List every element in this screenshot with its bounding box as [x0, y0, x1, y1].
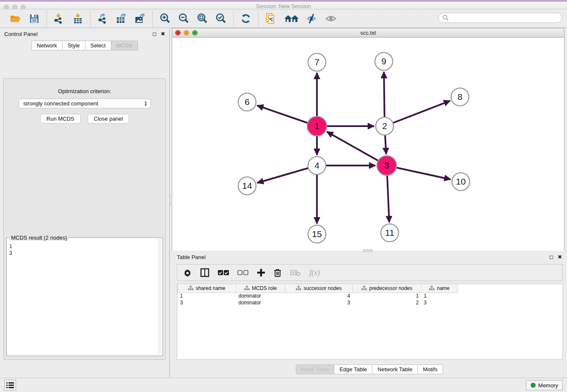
graph-node-1[interactable]: 1 [307, 116, 327, 136]
create-column-button[interactable] [257, 267, 265, 278]
mcds-panel-body: Optimization criterion: strongly connect… [3, 78, 166, 360]
network-canvas[interactable]: 7968124314101511 [172, 38, 564, 251]
tab-node-table[interactable]: Node Table [296, 364, 335, 374]
zoom-out-button[interactable] [177, 12, 190, 25]
graph-node-3[interactable]: 3 [377, 156, 396, 175]
zoom-fit-button[interactable] [196, 12, 209, 25]
table-cell[interactable]: 3 [421, 299, 458, 306]
tab-network-table[interactable]: Network Table [372, 364, 418, 374]
table-row[interactable]: 1dominator411 [178, 293, 458, 299]
zoom-selected-button[interactable] [215, 12, 227, 25]
home-button[interactable] [283, 12, 300, 25]
table-cell[interactable]: 4 [285, 293, 353, 299]
delete-column-button[interactable] [274, 267, 281, 278]
edge-3-1[interactable] [327, 132, 387, 166]
node-label: 4 [314, 160, 319, 170]
copy-network-icon [265, 13, 276, 25]
network-view-window: × – + scc.txt 7968124314101511 [172, 28, 564, 251]
close-panel-button[interactable]: Close panel [88, 114, 129, 124]
mcds-result-box: MCDS result (2 nodes) 1 3 [6, 237, 163, 356]
tab-select[interactable]: Select [85, 41, 111, 50]
export-image-icon [134, 13, 146, 24]
network-window-titlebar[interactable]: × – + scc.txt [172, 28, 564, 38]
table-cell[interactable]: 1 [353, 293, 421, 299]
table-cell[interactable]: dominator [236, 293, 285, 299]
node-label: 10 [456, 177, 465, 186]
mcds-result-list[interactable]: 1 3 [8, 242, 158, 355]
plus-icon [257, 268, 265, 277]
table-cell[interactable]: 3 [178, 299, 236, 306]
column-header[interactable]: predecessor nodes [353, 284, 421, 293]
deselect-all-columns-button[interactable] [237, 267, 248, 278]
panel-divider-handle[interactable] [169, 196, 172, 205]
export-table-button[interactable] [115, 12, 128, 25]
memory-button[interactable]: Memory [526, 380, 563, 390]
table-cell[interactable]: 1 [178, 293, 236, 299]
table-cell[interactable]: dominator [236, 299, 285, 306]
criterion-dropdown[interactable]: strongly connected component ▲▼ [19, 99, 151, 108]
tab-network[interactable]: Network [31, 41, 63, 50]
node-label: 8 [457, 92, 462, 102]
import-table-button[interactable] [72, 12, 84, 25]
table-row[interactable]: 3dominator323 [178, 299, 458, 306]
function-builder-button[interactable]: f(x) [309, 267, 320, 278]
open-file-button[interactable] [9, 12, 22, 25]
edge-2-8[interactable] [385, 101, 450, 126]
float-panel-icon[interactable]: ◻ [152, 31, 157, 37]
refresh-button[interactable] [239, 12, 252, 25]
run-mcds-button[interactable]: Run MCDS [40, 114, 81, 124]
column-header[interactable]: successor nodes [285, 284, 353, 293]
graph-node-11[interactable]: 11 [381, 224, 399, 242]
zoom-out-icon [178, 13, 190, 25]
table-settings-button[interactable] [183, 267, 192, 278]
table-toolbar: f(x) [177, 264, 563, 281]
table-panel: Table Panel ◻ ✖ [172, 251, 567, 378]
float-table-panel-icon[interactable]: ◻ [549, 254, 553, 260]
hierarchy-icon [429, 286, 435, 291]
network-graph[interactable]: 7968124314101511 [172, 38, 564, 251]
graph-node-2[interactable]: 2 [376, 117, 394, 135]
search-input[interactable] [438, 13, 562, 23]
new-network-from-selection-button[interactable] [264, 12, 277, 25]
zoom-in-button[interactable] [159, 12, 171, 25]
node-table[interactable]: shared nameMCDS rolesuccessor nodesprede… [177, 284, 458, 306]
table-cell[interactable]: 2 [353, 299, 421, 306]
network-minimize-button[interactable]: – [184, 30, 189, 36]
show-all-button[interactable] [325, 12, 337, 25]
show-column-panel-button[interactable] [200, 267, 209, 278]
table-cell[interactable]: 3 [285, 299, 353, 306]
task-history-button[interactable] [4, 380, 16, 391]
hide-selected-button[interactable] [306, 12, 319, 25]
close-panel-icon[interactable]: ✖ [161, 31, 165, 37]
graph-node-14[interactable]: 14 [238, 177, 256, 195]
graph-node-4[interactable]: 4 [308, 157, 326, 174]
graph-node-9[interactable]: 9 [375, 52, 393, 70]
network-maximize-button[interactable]: + [192, 30, 198, 36]
graph-node-6[interactable]: 6 [238, 93, 256, 111]
tab-edge-table[interactable]: Edge Table [334, 364, 372, 374]
result-scrollbar[interactable] [158, 239, 162, 355]
export-network-button[interactable] [96, 12, 109, 25]
import-network-button[interactable] [53, 12, 66, 25]
tab-motifs[interactable]: Motifs [418, 364, 443, 374]
column-header[interactable]: name [421, 284, 458, 293]
tab-mcds[interactable]: MCDS [111, 41, 138, 50]
graph-node-10[interactable]: 10 [452, 173, 470, 190]
graph-node-8[interactable]: 8 [451, 88, 469, 106]
select-all-columns-button[interactable] [218, 267, 229, 278]
close-table-panel-icon[interactable]: ✖ [558, 254, 562, 260]
export-image-button[interactable] [134, 12, 146, 25]
column-header[interactable]: MCDS role [236, 284, 285, 293]
delete-table-button[interactable] [290, 267, 301, 278]
network-window-title: scc.txt [361, 30, 376, 36]
node-table-container: shared nameMCDS rolesuccessor nodesprede… [177, 284, 563, 360]
network-close-button[interactable]: × [175, 30, 181, 36]
graph-node-15[interactable]: 15 [308, 225, 326, 243]
graph-node-7[interactable]: 7 [308, 53, 326, 71]
tab-style[interactable]: Style [63, 41, 85, 50]
column-header[interactable]: shared name [178, 284, 236, 293]
hide-eye-slash-icon [306, 13, 318, 24]
save-session-button[interactable] [28, 12, 41, 25]
table-divider-handle[interactable] [363, 249, 372, 252]
table-cell[interactable]: 1 [421, 293, 458, 299]
